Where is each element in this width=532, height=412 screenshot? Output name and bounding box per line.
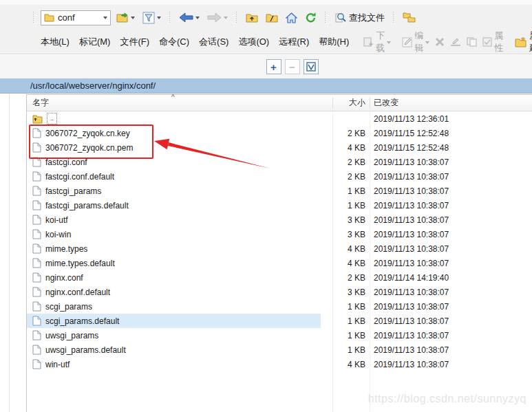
file-row[interactable]: koi-utf3 KB2019/11/13 10:38:07 — [27, 213, 532, 227]
remove-bookmark-button[interactable]: − — [285, 59, 300, 74]
remote-path-bar[interactable]: /usr/local/webserver/nginx/conf/ — [0, 78, 532, 94]
file-row[interactable]: win-utf4 KB2019/11/13 10:38:07 — [27, 357, 532, 371]
properties-button[interactable]: 属性 — [480, 28, 505, 56]
file-changed: 2019/11/13 10:38:07 — [370, 186, 449, 196]
chevron-down-icon[interactable] — [157, 17, 161, 21]
file-row[interactable]: fastcgi.conf2 KB2019/11/13 10:38:07 — [27, 155, 532, 169]
toolbar-grip — [235, 12, 238, 24]
file-name: nginx.conf.default — [45, 288, 110, 297]
file-size: 4 KB — [332, 360, 370, 369]
file-changed: 2019/11/13 10:38:07 — [370, 244, 449, 254]
file-name: nginx.conf — [45, 273, 83, 283]
file-changed: 2019/11/13 10:38:07 — [370, 172, 449, 182]
file-row[interactable]: scgi_params1 KB2019/11/13 10:38:07 — [27, 299, 532, 314]
file-row[interactable]: scgi_params.default1 KB2019/11/13 10:38:… — [27, 314, 532, 328]
back-button[interactable] — [177, 11, 202, 24]
column-separator[interactable] — [370, 97, 370, 109]
file-name: fastcgi_params.default — [45, 201, 129, 210]
menu-item-file[interactable]: 文件(F) — [115, 33, 154, 51]
menu-item-remote[interactable]: 远程(R) — [274, 33, 314, 51]
root-directory-button[interactable] — [264, 11, 280, 24]
parent-directory-button[interactable] — [244, 11, 260, 24]
file-icon — [32, 345, 41, 355]
add-bookmark-button[interactable]: + — [266, 59, 281, 74]
file-name: scgi_params — [45, 302, 92, 312]
home-directory-button[interactable] — [284, 11, 299, 25]
location-combobox[interactable]: conf — [41, 10, 111, 25]
file-changed: 2019/11/15 12:52:48 — [370, 129, 449, 138]
menu-item-session[interactable]: 会话(S) — [194, 33, 233, 51]
menu-item-options[interactable]: 选项(O) — [233, 33, 274, 51]
parent-dir-row[interactable]: ..2019/11/13 12:36:01 — [27, 111, 532, 126]
menu-item-mark[interactable]: 标记(M) — [74, 33, 116, 51]
file-row[interactable]: fastcgi_params1 KB2019/11/13 10:38:07 — [27, 184, 532, 198]
file-row[interactable]: mime.types4 KB2019/11/13 10:38:07 — [27, 241, 532, 256]
open-folder-icon — [116, 12, 129, 23]
file-row[interactable]: uwsgi_params.default1 KB2019/11/13 10:38… — [27, 343, 532, 357]
delete-button[interactable] — [433, 36, 447, 48]
file-name: uwsgi_params — [45, 331, 98, 340]
file-row[interactable]: uwsgi_params1 KB2019/11/13 10:38:07 — [27, 328, 532, 343]
menu-item-command[interactable]: 命令(C) — [154, 33, 194, 51]
toolbar-grip — [169, 12, 171, 24]
forward-button[interactable] — [205, 11, 230, 24]
location-combobox-value: conf — [58, 12, 75, 23]
edit-label: 编辑 — [414, 30, 423, 54]
file-size: 1 KB — [332, 345, 370, 355]
column-header-name[interactable]: 名字 — [27, 97, 332, 109]
open-directory-button[interactable] — [114, 11, 137, 24]
column-header-size[interactable]: 大小 — [332, 97, 370, 109]
chevron-down-icon[interactable] — [131, 17, 135, 21]
chevron-down-icon — [103, 17, 107, 21]
file-row[interactable]: 3067072_zyqok.cn.key2 KB2019/11/15 12:52… — [27, 126, 532, 140]
file-icon — [32, 272, 41, 283]
synchronize-browsing-button[interactable] — [401, 10, 418, 25]
file-icon — [32, 186, 41, 196]
file-icon — [32, 316, 41, 326]
file-changed: 2019/11/13 10:38:07 — [370, 230, 449, 239]
refresh-button[interactable] — [303, 10, 319, 25]
file-name: fastcgi.conf.default — [45, 172, 114, 182]
menu-toolbar: 本地(L)标记(M)文件(F)命令(C)会话(S)选项(O)远程(R)帮助(H)… — [0, 30, 532, 54]
file-row[interactable]: nginx.conf.default3 KB2019/11/13 10:38:0… — [27, 285, 532, 299]
edit-button[interactable]: 编辑 — [400, 28, 432, 56]
file-size: 2 KB — [332, 129, 370, 138]
properties-label: 属性 — [494, 30, 503, 54]
file-size: 3 KB — [332, 288, 370, 297]
duplicate-button[interactable] — [465, 36, 479, 48]
file-name: fastcgi_params — [45, 186, 101, 196]
file-icon — [32, 171, 41, 182]
file-changed: 2019/11/13 10:38:07 — [370, 345, 449, 355]
find-files-button[interactable]: 查找文件 — [332, 10, 387, 25]
file-changed: 2019/11/13 12:36:01 — [370, 114, 449, 124]
file-row[interactable]: koi-win3 KB2019/11/13 10:38:07 — [27, 227, 532, 241]
chevron-down-icon — [425, 41, 429, 46]
find-files-label: 查找文件 — [349, 12, 385, 24]
menu-item-local[interactable]: 本地(L) — [36, 33, 74, 51]
file-changed: 2019/11/13 10:38:07 — [370, 201, 449, 210]
file-size: 3 KB — [332, 215, 370, 225]
file-name-cell: 3067072_zyqok.cn.pem — [27, 142, 332, 153]
file-row[interactable]: mime.types.default4 KB2019/11/13 10:38:0… — [27, 256, 532, 270]
menu-item-help[interactable]: 帮助(H) — [314, 33, 354, 51]
rename-button[interactable] — [448, 36, 463, 48]
download-label: 下载 — [376, 30, 385, 54]
file-changed: 2019/11/13 10:38:07 — [370, 360, 449, 369]
filter-button[interactable] — [140, 10, 163, 25]
file-changed: 2019/11/13 10:38:07 — [370, 316, 449, 326]
file-row[interactable]: nginx.conf2 KB2019/11/14 14:19:40 — [27, 270, 532, 285]
column-header-changed[interactable]: 已改变 — [370, 97, 398, 109]
chevron-down-icon[interactable] — [195, 17, 200, 21]
file-name: koi-win — [45, 230, 71, 239]
download-button[interactable]: 下载 — [361, 28, 393, 56]
file-row[interactable]: fastcgi_params.default1 KB2019/11/13 10:… — [27, 198, 532, 213]
file-row[interactable]: 3067072_zyqok.cn.pem4 KB2019/11/15 12:52… — [27, 140, 532, 155]
column-separator[interactable] — [332, 97, 333, 109]
file-row[interactable]: fastcgi.conf.default2 KB2019/11/13 10:38… — [27, 169, 532, 184]
main-area: 名字 大小 已改变 ^ ..2019/11/13 12:36:013067072… — [0, 94, 532, 412]
chevron-down-icon — [224, 17, 228, 21]
filter-toggle-button[interactable] — [304, 59, 319, 74]
properties-icon — [482, 37, 492, 47]
new-button[interactable]: 新建 — [512, 28, 532, 56]
file-icon — [32, 157, 41, 167]
